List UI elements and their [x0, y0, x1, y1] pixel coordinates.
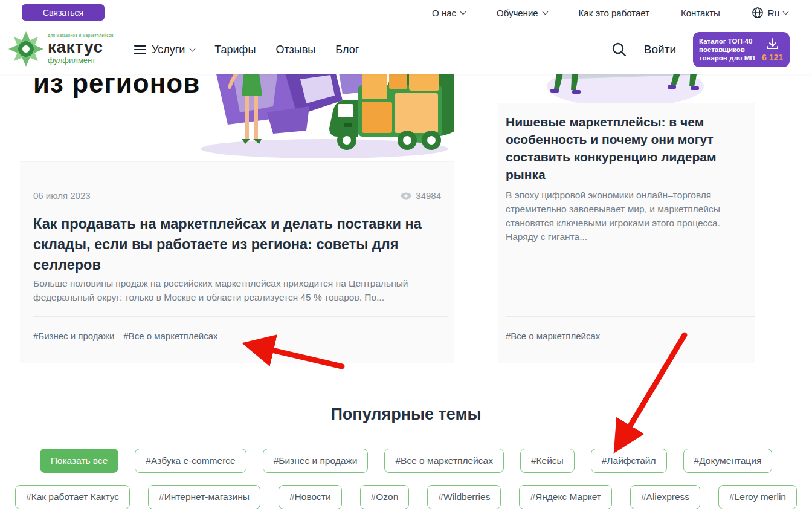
article-card[interactable]: из регионов	[20, 57, 454, 363]
search-icon[interactable]	[611, 42, 627, 57]
chevron-down-icon	[783, 9, 789, 15]
chevron-down-icon	[542, 9, 548, 15]
show-all-button[interactable]: Показать все	[40, 449, 119, 473]
article-title[interactable]: Нишевые маркетплейсы: в чем особенность …	[506, 113, 741, 183]
nav-item-contacts[interactable]: Контакты	[681, 8, 720, 18]
article-card[interactable]: Нишевые маркетплейсы: в чем особенность …	[498, 57, 755, 363]
topics-row-2: #Как работает Кактус #Интернет-магазины …	[0, 485, 812, 509]
topic-button-leroy-merlin[interactable]: #Leroy merlin	[718, 485, 797, 509]
menu-item-blog[interactable]: Блог	[335, 44, 359, 56]
menu-item-label: Блог	[335, 44, 359, 56]
contact-button[interactable]: Связаться	[22, 4, 105, 21]
article-tags: #Все о маркетплейсах	[506, 331, 600, 341]
popular-topics-title: Популярные темы	[0, 405, 812, 424]
nav-item-about[interactable]: О нас	[432, 8, 465, 18]
card-divider	[506, 316, 755, 317]
nav-item-how-it-works[interactable]: Как это работает	[579, 8, 649, 18]
topics-row-1: Показать все #Азбука e-commerce #Бизнес …	[0, 449, 812, 473]
article-tag[interactable]: #Все о маркетплейсах	[506, 331, 600, 341]
language-label: Ru	[768, 8, 779, 18]
topic-button-aliexpress[interactable]: #Aliexpress	[630, 485, 700, 509]
topic-button-online-stores[interactable]: #Интернет-магазины	[148, 485, 260, 509]
catalog-button-label: Каталог ТОП-40 поставщиков товаров для М…	[699, 37, 758, 62]
logo[interactable]: для магазинов и маркетплейсов кактус фул…	[8, 30, 114, 68]
article-title[interactable]: Как продавать на маркетплейсах и делать …	[33, 213, 437, 275]
header-right: Войти Каталог ТОП-40 поставщиков товаров…	[611, 25, 790, 74]
menu-item-label: Услуги	[152, 44, 185, 56]
topic-button-ozon[interactable]: #Ozon	[360, 485, 410, 509]
cactus-flower-icon	[8, 30, 44, 68]
topic-button-news[interactable]: #Новости	[279, 485, 342, 509]
hamburger-icon	[134, 45, 146, 54]
menu-item-reviews[interactable]: Отзывы	[276, 44, 315, 56]
article-views-count: 34984	[416, 190, 441, 201]
main-header: для магазинов и маркетплейсов кактус фул…	[0, 25, 812, 74]
card-divider	[33, 316, 448, 317]
top-nav: О нас Обучение Как это работает Контакты…	[432, 0, 788, 25]
menu-item-label: Тарифы	[214, 44, 256, 56]
topic-button-wildberries[interactable]: #Wildberries	[427, 485, 501, 509]
nav-item-education[interactable]: Обучение	[497, 8, 547, 18]
logo-subtitle: фулфилмент	[48, 56, 114, 64]
topic-button-azbuka[interactable]: #Азбука e-commerce	[135, 449, 246, 473]
globe-icon	[752, 7, 764, 19]
topic-button-marketplaces[interactable]: #Все о маркетплейсах	[384, 449, 503, 473]
eye-icon	[401, 192, 411, 200]
article-tag[interactable]: #Бизнес и продажи	[33, 331, 114, 341]
chevron-down-icon	[460, 9, 466, 15]
top-bar: Связаться О нас Обучение Как это работае…	[0, 0, 812, 25]
blog-page: Связаться О нас Обучение Как это работае…	[0, 0, 812, 517]
catalog-download-count: 6 121	[762, 53, 783, 62]
topic-button-cases[interactable]: #Кейсы	[520, 449, 575, 473]
nav-item-label: О нас	[432, 8, 456, 18]
logo-text: для магазинов и маркетплейсов кактус фул…	[48, 34, 114, 65]
catalog-download-button[interactable]: Каталог ТОП-40 поставщиков товаров для М…	[693, 32, 790, 67]
article-meta: 06 июля 2023 34984	[33, 190, 441, 201]
topic-button-yandex-market[interactable]: #Яндекс Маркет	[519, 485, 612, 509]
menu-item-label: Отзывы	[276, 44, 315, 56]
nav-item-label: Обучение	[497, 8, 538, 18]
menu-item-services[interactable]: Услуги	[134, 44, 195, 56]
article-tag[interactable]: #Все о маркетплейсах	[123, 331, 218, 341]
menu-item-tariffs[interactable]: Тарифы	[214, 44, 256, 56]
article-excerpt: В эпоху цифровой экономики онлайн–торгов…	[506, 188, 735, 244]
nav-item-label: Контакты	[681, 8, 720, 18]
topic-button-how-kaktus-works[interactable]: #Как работает Кактус	[15, 485, 130, 509]
nav-item-label: Как это работает	[579, 8, 649, 18]
catalog-button-side: 6 121	[762, 37, 783, 62]
article-tags: #Бизнес и продажи #Все о маркетплейсах	[33, 331, 218, 341]
article-excerpt: Больше половины продаж на российских мар…	[33, 276, 423, 304]
download-icon	[766, 37, 779, 51]
chevron-down-icon	[190, 46, 196, 52]
login-button[interactable]: Войти	[644, 43, 676, 56]
article-views: 34984	[401, 190, 441, 201]
main-menu: Услуги Тарифы Отзывы Блог	[134, 25, 359, 74]
topic-button-business[interactable]: #Бизнес и продажи	[263, 449, 369, 473]
topic-button-lifestyle[interactable]: #Лайфстайл	[591, 449, 667, 473]
language-selector[interactable]: Ru	[752, 7, 788, 19]
article-date: 06 июля 2023	[33, 190, 91, 201]
topic-button-documentation[interactable]: #Документация	[683, 449, 773, 473]
logo-name: кактус	[48, 39, 114, 56]
